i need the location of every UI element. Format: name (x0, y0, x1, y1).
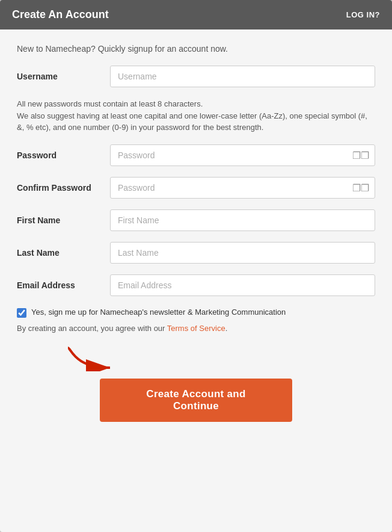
login-link[interactable]: LOG IN? (346, 10, 380, 19)
confirm-password-row: Confirm Password ❐❐ (17, 177, 375, 199)
email-input-wrapper (110, 274, 375, 296)
password-input-wrapper: ❐❐ (110, 144, 375, 166)
last-name-input[interactable] (110, 242, 375, 264)
last-name-input-wrapper (110, 242, 375, 264)
username-input[interactable] (110, 66, 375, 87)
email-row: Email Address (17, 274, 375, 296)
arrow-container (17, 345, 375, 374)
password-row: Password ❐❐ (17, 144, 375, 166)
arrow-icon (65, 345, 119, 374)
newsletter-checkbox[interactable] (17, 308, 26, 318)
confirm-password-label: Confirm Password (17, 183, 110, 193)
first-name-row: First Name (17, 209, 375, 231)
email-input[interactable] (110, 274, 375, 296)
username-input-wrapper (110, 66, 375, 87)
card-body: New to Namecheap? Quickly signup for an … (0, 29, 392, 441)
first-name-input[interactable] (110, 209, 375, 231)
username-row: Username (17, 66, 375, 87)
create-account-button[interactable]: Create Account and Continue (100, 379, 292, 422)
first-name-label: First Name (17, 215, 110, 225)
username-label: Username (17, 72, 110, 81)
terms-text: By creating an account, you agree with o… (17, 324, 375, 333)
email-label: Email Address (17, 280, 110, 290)
newsletter-checkbox-row: Yes, sign me up for Namecheap's newslett… (17, 307, 375, 318)
submit-button-wrapper: Create Account and Continue (17, 379, 375, 422)
first-name-input-wrapper (110, 209, 375, 231)
terms-of-service-link[interactable]: Terms of Service (167, 324, 225, 333)
confirm-password-input[interactable] (110, 177, 375, 199)
newsletter-label: Yes, sign me up for Namecheap's newslett… (31, 307, 286, 318)
password-hint: All new passwords must contain at least … (17, 98, 375, 134)
confirm-password-input-wrapper: ❐❐ (110, 177, 375, 199)
password-input[interactable] (110, 144, 375, 166)
last-name-row: Last Name (17, 242, 375, 264)
card-header: Create An Account LOG IN? (0, 0, 392, 29)
create-account-card: Create An Account LOG IN? New to Nameche… (0, 0, 392, 532)
password-label: Password (17, 150, 110, 160)
intro-text: New to Namecheap? Quickly signup for an … (17, 44, 375, 54)
page-title: Create An Account (12, 8, 109, 21)
last-name-label: Last Name (17, 248, 110, 258)
